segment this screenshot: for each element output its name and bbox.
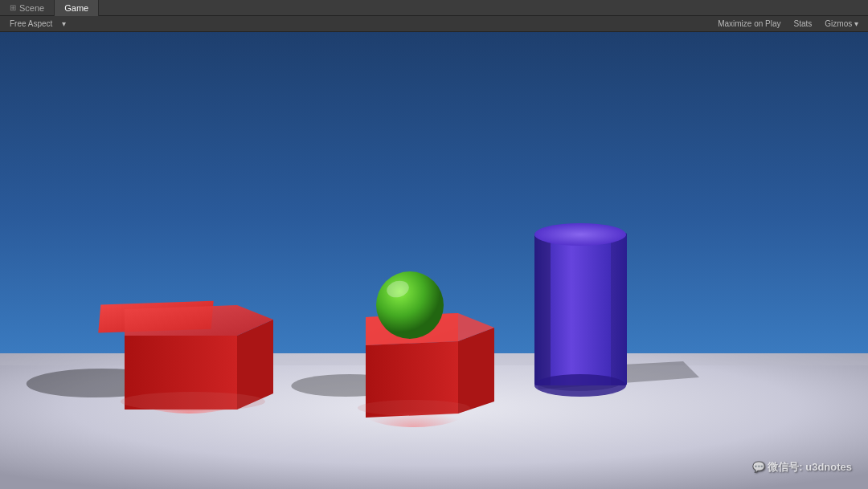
tab-bar: ⊞ Scene Game — [0, 0, 868, 16]
tab-scene[interactable]: ⊞ Scene — [0, 0, 55, 16]
svg-point-15 — [376, 271, 444, 339]
svg-rect-20 — [611, 233, 627, 385]
aspect-arrow[interactable]: ▾ — [59, 18, 69, 29]
svg-point-23 — [121, 392, 265, 411]
svg-point-24 — [358, 400, 470, 416]
toolbar: Free Aspect ▾ Maximize on Play Stats Giz… — [0, 16, 868, 32]
svg-rect-19 — [534, 233, 551, 385]
svg-point-21 — [534, 223, 626, 246]
stats-button[interactable]: Stats — [791, 18, 816, 29]
scene-icon: ⊞ — [10, 3, 16, 12]
svg-point-22 — [534, 374, 626, 397]
watermark-text: 微信号: u3dnotes — [768, 461, 852, 473]
watermark-icon: 💬 — [752, 461, 765, 473]
gizmos-button[interactable]: Gizmos ▾ — [821, 18, 862, 29]
aspect-selector[interactable]: Free Aspect — [6, 18, 55, 29]
tab-game[interactable]: Game — [55, 0, 99, 16]
maximize-on-play-button[interactable]: Maximize on Play — [714, 18, 784, 29]
tab-scene-label: Scene — [19, 3, 44, 13]
watermark: 💬 微信号: u3dnotes — [752, 460, 852, 475]
viewport: 💬 微信号: u3dnotes — [0, 32, 868, 489]
toolbar-left: Free Aspect ▾ — [6, 18, 69, 29]
tab-game-label: Game — [64, 3, 88, 13]
toolbar-right: Maximize on Play Stats Gizmos ▾ — [714, 18, 862, 29]
scene-3d — [0, 32, 868, 489]
svg-marker-12 — [458, 328, 494, 414]
